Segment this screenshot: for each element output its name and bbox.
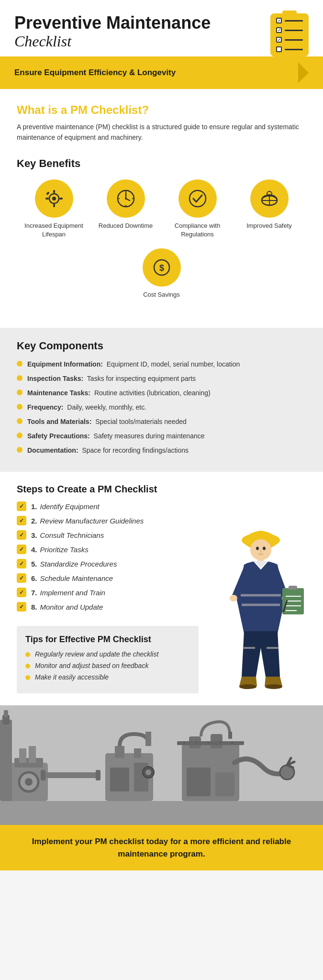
equipment-svg-icon xyxy=(44,188,65,209)
svg-rect-72 xyxy=(0,720,12,801)
svg-rect-48 xyxy=(43,772,100,778)
svg-point-15 xyxy=(189,190,206,207)
benefits-heading: Key Benefits xyxy=(17,157,306,170)
svg-text:$: $ xyxy=(159,263,164,273)
step-check-1: ✓ xyxy=(17,501,26,511)
component-value-5: Special tools/materials needed xyxy=(95,418,187,425)
step-text-6: Schedule Maintenance xyxy=(40,574,113,582)
bar-3 xyxy=(285,39,303,41)
step-check-2: ✓ xyxy=(17,516,26,525)
what-is-heading: What is a PM Checklist? xyxy=(17,103,306,117)
tip-text-2: Monitor and adjust based on feedback xyxy=(35,662,148,669)
step-text-8: Monitor and Update xyxy=(40,603,103,611)
component-dot-5 xyxy=(17,418,22,424)
svg-point-35 xyxy=(230,595,237,601)
svg-rect-74 xyxy=(4,710,8,717)
svg-rect-54 xyxy=(110,768,129,791)
tip-dot-1 xyxy=(25,652,30,657)
svg-rect-53 xyxy=(134,748,141,758)
check-3 xyxy=(276,37,282,43)
component-key-7: Documentation: xyxy=(27,446,78,454)
step-check-7: ✓ xyxy=(17,588,26,597)
safety-svg-icon xyxy=(259,188,280,209)
svg-rect-41 xyxy=(0,801,323,825)
step-number-6: 6. xyxy=(31,574,37,582)
component-item-1: Equipment Information: Equipment ID, mod… xyxy=(17,359,306,369)
svg-rect-4 xyxy=(45,198,49,200)
step-item-5: ✓ 5. Standardize Procedures xyxy=(17,559,199,568)
bar-4 xyxy=(285,49,303,50)
benefit-label-4: Improved Safety xyxy=(246,222,292,230)
component-text-3: Maintenance Tasks: Routine activities (l… xyxy=(27,388,211,398)
component-key-3: Maintenance Tasks: xyxy=(27,389,90,397)
step-item-2: ✓ 2. Review Manufacturer Guidelines xyxy=(17,516,199,525)
industrial-machinery-icon xyxy=(0,705,323,825)
svg-rect-29 xyxy=(289,586,297,590)
clock-svg-icon xyxy=(115,188,136,209)
component-key-4: Frequency: xyxy=(27,403,63,411)
step-number-2: 2. xyxy=(31,517,37,525)
benefit-icon-equipment xyxy=(35,179,73,218)
industrial-section xyxy=(0,705,323,825)
banner-text: Ensure Equipment Efficiency & Longevity xyxy=(14,68,176,78)
step-check-5: ✓ xyxy=(17,559,26,568)
checklist-line-4 xyxy=(276,46,303,52)
component-value-4: Daily, weekly, monthly, etc. xyxy=(67,403,146,411)
svg-rect-44 xyxy=(19,748,26,763)
svg-rect-50 xyxy=(96,770,100,780)
step-item-4: ✓ 4. Prioritize Tasks xyxy=(17,545,199,554)
check-4 xyxy=(276,46,282,52)
steps-worker-area: Steps to Create a PM Checklist ✓ 1. Iden… xyxy=(0,472,323,705)
step-text-4: Prioritize Tasks xyxy=(40,546,89,554)
svg-rect-64 xyxy=(187,768,211,796)
checklist-line-3 xyxy=(276,37,303,43)
steps-section: Steps to Create a PM Checklist ✓ 1. Iden… xyxy=(17,484,199,612)
component-text-2: Inspection Tasks: Tasks for inspecting e… xyxy=(27,374,196,384)
steps-tips-left: Steps to Create a PM Checklist ✓ 1. Iden… xyxy=(0,472,199,705)
tip-item-3: Make it easily accessible xyxy=(25,673,189,681)
what-is-section: What is a PM Checklist? A preventive mai… xyxy=(17,103,306,143)
tip-text-1: Regularly review and update the checklis… xyxy=(35,650,158,658)
step-item-3: ✓ 3. Consult Technicians xyxy=(17,530,199,540)
svg-point-57 xyxy=(145,769,151,775)
header-title: Preventive Maintenance Checklist xyxy=(14,13,211,50)
component-value-1: Equipment ID, model, serial number, loca… xyxy=(107,360,240,368)
component-text-6: Safety Precautions: Safety measures duri… xyxy=(27,431,205,441)
component-item-3: Maintenance Tasks: Routine activities (l… xyxy=(17,388,306,398)
steps-row: Steps to Create a PM Checklist ✓ 1. Iden… xyxy=(0,472,323,705)
benefit-item-3: Compliance with Regulations xyxy=(167,179,229,239)
benefit-icon-compliance xyxy=(178,179,217,218)
component-text-7: Documentation: Space for recording findi… xyxy=(27,445,189,456)
component-item-2: Inspection Tasks: Tasks for inspecting e… xyxy=(17,374,306,384)
check-1 xyxy=(276,18,282,23)
step-check-3: ✓ xyxy=(17,530,26,540)
benefit-label-2: Reduced Downtime xyxy=(99,222,153,230)
benefit-item-5: $ Cost Savings xyxy=(131,248,193,299)
step-check-6: ✓ xyxy=(17,573,26,583)
step-item-7: ✓ 7. Implement and Train xyxy=(17,588,199,597)
tip-dot-3 xyxy=(25,675,30,680)
component-value-6: Safety measures during maintenance xyxy=(94,432,205,440)
component-value-7: Space for recording findings/actions xyxy=(82,446,189,454)
title-bold: Preventive Maintenance xyxy=(14,13,211,33)
step-number-5: 5. xyxy=(31,560,37,568)
benefit-icon-downtime xyxy=(107,179,145,218)
svg-rect-6 xyxy=(46,191,50,195)
component-dot-6 xyxy=(17,433,22,438)
svg-rect-58 xyxy=(145,732,151,746)
title-italic: Checklist xyxy=(14,33,211,50)
step-check-4: ✓ xyxy=(17,545,26,554)
step-number-8: 8. xyxy=(31,603,37,611)
step-number-7: 7. xyxy=(31,589,37,597)
component-item-4: Frequency: Daily, weekly, monthly, etc. xyxy=(17,402,306,412)
svg-rect-2 xyxy=(53,190,55,193)
step-text-7: Implement and Train xyxy=(40,589,105,597)
footer-section: Implement your PM checklist today for a … xyxy=(0,825,323,870)
component-key-6: Safety Precautions: xyxy=(27,432,90,440)
benefits-section: Key Benefits Increased Equipment Lifespa… xyxy=(17,157,306,300)
step-text-1: Identify Equipment xyxy=(40,502,100,511)
svg-line-10 xyxy=(126,199,130,200)
svg-point-1 xyxy=(52,197,56,200)
svg-rect-66 xyxy=(177,741,244,745)
svg-rect-49 xyxy=(41,770,45,780)
